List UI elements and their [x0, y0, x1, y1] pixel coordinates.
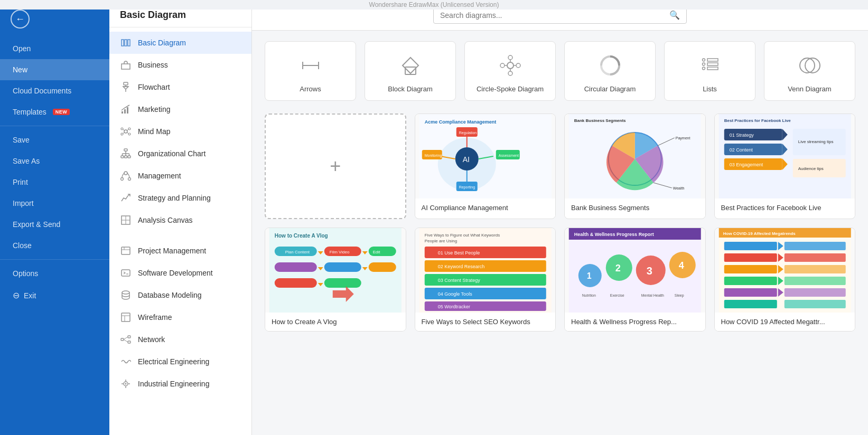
svg-point-59 [508, 55, 512, 60]
icon-card-arrows[interactable]: Arrows [265, 41, 356, 101]
svg-rect-4 [124, 82, 128, 85]
svg-text:How COVID-19 Affected Megatren: How COVID-19 Affected Megatrends [723, 231, 796, 236]
category-analysis[interactable]: Analysis Canvas [109, 209, 251, 231]
lists-label: Lists [703, 85, 717, 93]
sidebar-item-open[interactable]: Open [0, 38, 109, 59]
template-card-covid[interactable]: How COVID-19 Affected Megatrends [714, 228, 856, 332]
svg-line-16 [123, 133, 124, 134]
svg-text:Health & Wellness Progress Rep: Health & Wellness Progress Report [574, 232, 654, 237]
svg-point-13 [128, 133, 130, 135]
circular-label: Circular Diagram [584, 85, 636, 93]
svg-text:Audience tips: Audience tips [798, 166, 823, 171]
category-business[interactable]: Business [109, 54, 251, 76]
svg-point-72 [702, 67, 705, 70]
category-strategy[interactable]: Strategy and Planning [109, 187, 251, 209]
icon-card-block[interactable]: Block Diagram [365, 41, 456, 101]
category-software[interactable]: Software Development [109, 262, 251, 284]
category-management[interactable]: Management [109, 165, 251, 187]
svg-rect-69 [707, 67, 718, 70]
sidebar-item-options[interactable]: Options [0, 263, 109, 284]
svg-rect-172 [784, 265, 845, 273]
template-card-health[interactable]: Health & Wellness Progress Report 1 2 3 … [564, 228, 706, 332]
svg-text:Monitoring: Monitoring [424, 154, 442, 158]
svg-point-38 [122, 291, 129, 294]
template-card-ai[interactable]: Acme Compliance Management AI Regulation… [415, 114, 556, 219]
back-circle-icon: ← [11, 10, 30, 29]
category-marketing[interactable]: Marketing [109, 98, 251, 120]
template-card-seo[interactable]: Five Ways to Figure out What Keywords Pe… [415, 228, 556, 332]
svg-rect-180 [784, 300, 845, 308]
electrical-icon [120, 356, 132, 367]
template-card-vlog[interactable]: How to Create A Vlog Plan Content Film V… [265, 228, 406, 332]
icon-card-lists[interactable]: Lists [664, 41, 755, 101]
svg-point-27 [124, 172, 127, 175]
icon-card-venn[interactable]: Venn Diagram [764, 41, 855, 101]
svg-rect-19 [121, 156, 124, 158]
wireframe-icon [120, 311, 132, 323]
template-label-bank: Bank Business Segments [565, 198, 705, 217]
new-template-card[interactable]: + [265, 114, 406, 219]
sidebar-item-exit[interactable]: ⊖ Exit [0, 284, 109, 307]
svg-point-61 [508, 71, 512, 75]
search-input[interactable] [440, 11, 669, 20]
category-industrial[interactable]: Industrial Engineering [109, 373, 251, 395]
venn-label: Venn Diagram [788, 85, 831, 93]
sidebar-item-cloud[interactable]: Cloud Documents [0, 80, 109, 101]
sidebar-item-export[interactable]: Export & Send [0, 214, 109, 235]
icon-card-circle-spoke[interactable]: Circle-Spoke Diagram [464, 41, 556, 101]
svg-text:Live streaming tips: Live streaming tips [798, 139, 833, 144]
content-area: Arrows Block Diagram Circle-Spoke Diagra… [252, 31, 868, 435]
sidebar-item-close[interactable]: Close [0, 235, 109, 256]
category-mindmap[interactable]: Mind Map [109, 120, 251, 143]
sidebar-item-templates[interactable]: Templates NEW [0, 101, 109, 122]
divider-2 [0, 259, 109, 260]
svg-text:How to Create A Vlog: How to Create A Vlog [275, 233, 328, 239]
svg-rect-44 [128, 341, 130, 343]
category-network[interactable]: Network [109, 328, 251, 351]
strategy-icon [120, 192, 132, 204]
svg-line-46 [124, 339, 128, 342]
template-thumb-health: Health & Wellness Progress Report 1 2 3 … [565, 228, 705, 313]
svg-rect-124 [275, 262, 317, 272]
svg-text:3: 3 [647, 265, 652, 277]
arrows-label: Arrows [300, 85, 321, 93]
svg-text:01 Strategy: 01 Strategy [729, 133, 754, 138]
svg-rect-128 [369, 262, 396, 272]
category-org-chart[interactable]: Organizational Chart [109, 143, 251, 165]
block-symbol [397, 52, 424, 79]
sidebar: ← Open New Cloud Documents Templates NEW… [0, 0, 109, 435]
circle-spoke-symbol [497, 52, 524, 79]
sidebar-item-print[interactable]: Print [0, 172, 109, 193]
wireframe-label: Wireframe [138, 313, 172, 321]
template-card-bank[interactable]: Bank Business Segments Payment Wealth Ba… [564, 114, 706, 219]
database-label: Database Modeling [138, 291, 202, 299]
svg-rect-67 [707, 59, 718, 61]
exit-label: Exit [24, 291, 36, 300]
category-basic-diagram[interactable]: Basic Diagram [109, 32, 251, 54]
cloud-label: Cloud Documents [13, 87, 71, 95]
sidebar-item-save[interactable]: Save [0, 129, 109, 150]
category-database[interactable]: Database Modeling [109, 284, 251, 306]
category-project[interactable]: Project Management [109, 240, 251, 262]
templates-label: Templates [13, 108, 46, 116]
marketing-icon [120, 103, 132, 115]
analysis-label: Analysis Canvas [138, 216, 193, 224]
svg-text:Payment: Payment [676, 136, 690, 140]
database-icon [120, 289, 132, 301]
category-wireframe[interactable]: Wireframe [109, 306, 251, 328]
sidebar-item-save-as[interactable]: Save As [0, 150, 109, 172]
business-icon [120, 59, 132, 71]
svg-rect-169 [784, 253, 845, 262]
svg-text:02 Content: 02 Content [729, 147, 753, 153]
svg-line-14 [123, 129, 124, 130]
sidebar-item-new[interactable]: New [0, 59, 109, 80]
icon-card-circular[interactable]: Circular Diagram [564, 41, 656, 101]
search-icon[interactable]: 🔍 [669, 10, 680, 20]
category-electrical[interactable]: Electrical Engineering [109, 351, 251, 373]
industrial-label: Industrial Engineering [138, 380, 209, 388]
category-flowchart[interactable]: Flowchart [109, 76, 251, 98]
save-as-label: Save As [13, 157, 40, 165]
template-card-facebook[interactable]: Best Practices for Facebook Live 01 Stra… [714, 114, 856, 219]
svg-point-9 [124, 130, 127, 133]
sidebar-item-import[interactable]: Import [0, 193, 109, 214]
